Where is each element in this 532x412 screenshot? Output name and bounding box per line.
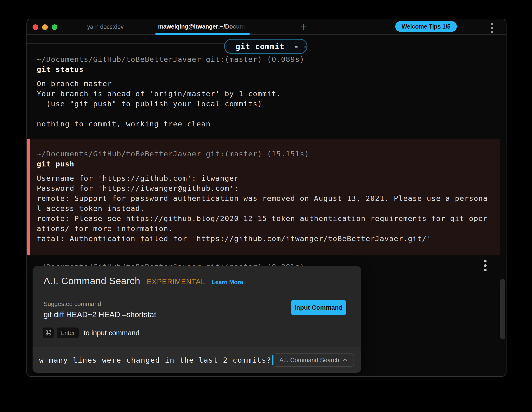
output-line: ations/ for more information. [37, 224, 500, 234]
output-line: l access token instead. [37, 203, 500, 214]
traffic-lights [33, 24, 57, 30]
terminal-window: yarn docs:dev maweiqing@itwanger:~/Docum… [27, 19, 506, 377]
output-line: fatal: Authentication failed for 'https:… [37, 234, 500, 244]
output-line [37, 109, 305, 119]
shortcut-hint-text: to input command [84, 329, 139, 337]
output-line: remote: Support for password authenticat… [37, 193, 500, 203]
input-command-button[interactable]: Input Command [291, 300, 346, 315]
suggested-command-label: Suggested command: [44, 300, 103, 308]
tab-label-fade [224, 19, 250, 33]
experimental-badge: EXPERIMENTAL [147, 278, 205, 286]
command-key-icon: ⌘ [43, 328, 54, 338]
welcome-tips-button[interactable]: Welcome Tips 1/5 [395, 21, 457, 32]
prompt-line: ~/Documents/GitHub/toBeBetterJavaer git:… [37, 149, 500, 159]
chevron-up-icon [342, 358, 348, 362]
command-block-git-push-error[interactable]: ~/Documents/GitHub/toBeBetterJavaer git:… [27, 139, 500, 255]
zoom-button[interactable] [52, 24, 57, 30]
sticky-command-dash-faded: - [303, 42, 308, 51]
tab-yarn-docs[interactable]: yarn docs:dev [78, 19, 132, 35]
output-line: (use "git push" to publish your local co… [37, 99, 305, 109]
suggested-command-text[interactable]: git diff HEAD~2 HEAD –shortstat [44, 310, 156, 319]
block-divider-line [27, 43, 225, 44]
sticky-command-pill[interactable]: git commit -- [224, 39, 307, 54]
tab-bar: yarn docs:dev maweiqing@itwanger:~/Docum… [27, 19, 506, 35]
output-line: nothing to commit, working tree clean [37, 119, 305, 129]
ai-panel-header: A.I. Command Search EXPERIMENTAL Learn M… [44, 276, 243, 287]
sticky-command-text: git commit [236, 42, 289, 51]
window-menu-icon[interactable] [491, 23, 493, 33]
output-line: On branch master [37, 79, 305, 89]
minimize-button[interactable] [42, 24, 48, 30]
prompt-line: ~/Documents/GitHub/toBeBetterJavaer git:… [37, 54, 305, 64]
command-input-row[interactable]: w many lines were changed in the last 2 … [33, 347, 361, 373]
ai-command-search-panel: A.I. Command Search EXPERIMENTAL Learn M… [33, 266, 361, 373]
close-button[interactable] [33, 24, 38, 30]
output-line: remote: Please see https://github.blog/2… [37, 214, 500, 224]
command-line: git push [37, 159, 500, 169]
command-input-text[interactable]: w many lines were changed in the last 2 … [39, 356, 271, 364]
tab-active-session[interactable]: maweiqing@itwanger:~/Docum [155, 19, 250, 35]
learn-more-link[interactable]: Learn More [212, 279, 243, 286]
output-line: Password for 'https://itwanger@github.co… [37, 183, 500, 193]
new-tab-button[interactable]: + [297, 20, 311, 34]
sticky-command-dash: - [294, 42, 299, 51]
active-tab-underline [155, 33, 250, 35]
block-menu-icon[interactable] [484, 260, 487, 271]
enter-keycap: Enter [57, 328, 79, 338]
ai-panel-title: A.I. Command Search [44, 276, 140, 287]
output-line: Your branch is ahead of 'origin/master' … [37, 89, 305, 99]
shortcut-hint-row: ⌘ Enter to input command [43, 328, 140, 338]
ai-search-mode-label: A.I. Command Search [279, 356, 339, 364]
ai-search-mode-button[interactable]: A.I. Command Search [273, 354, 354, 366]
command-block-git-status[interactable]: ~/Documents/GitHub/toBeBetterJavaer git:… [37, 54, 305, 129]
command-line: git status [37, 64, 305, 75]
scrollbar-thumb[interactable] [500, 279, 505, 339]
output-line: Username for 'https://github.com': itwan… [37, 173, 500, 183]
